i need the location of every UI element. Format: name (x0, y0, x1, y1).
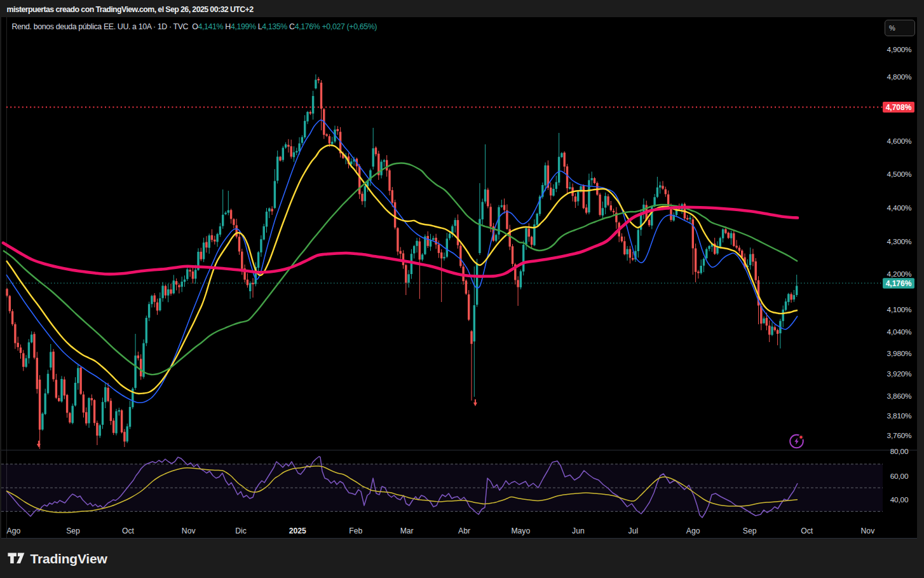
svg-text:Nov: Nov (861, 526, 876, 535)
svg-text:%: % (889, 24, 895, 32)
svg-text:Oct: Oct (801, 526, 813, 535)
svg-text:4,200%: 4,200% (887, 270, 913, 279)
svg-text:4,100%: 4,100% (887, 305, 913, 314)
svg-text:3,920%: 3,920% (887, 369, 913, 378)
svg-text:4,600%: 4,600% (887, 137, 913, 146)
svg-text:Abr: Abr (458, 526, 470, 535)
svg-text:4,300%: 4,300% (887, 237, 913, 246)
svg-text:4,900%: 4,900% (887, 45, 913, 54)
svg-text:3,980%: 3,980% (887, 349, 913, 358)
svg-text:3,810%: 3,810% (887, 411, 913, 420)
svg-text:Dic: Dic (235, 526, 247, 535)
svg-text:misterpuertas creado con Tradi: misterpuertas creado con TradingView.com… (7, 5, 254, 14)
svg-text:4,800%: 4,800% (887, 72, 913, 81)
svg-text:Ago: Ago (7, 526, 21, 535)
svg-text:Rend. bonos deuda pública EE.: Rend. bonos deuda pública EE. UU. a 10A … (12, 22, 377, 31)
svg-text:4,708%: 4,708% (886, 103, 912, 112)
svg-text:Feb: Feb (349, 526, 362, 535)
svg-text:Mayo: Mayo (511, 526, 530, 535)
svg-text:Jun: Jun (572, 526, 585, 535)
svg-text:Sep: Sep (66, 526, 80, 535)
svg-text:3,760%: 3,760% (887, 431, 913, 440)
svg-text:2025: 2025 (289, 526, 306, 535)
svg-text:TradingView: TradingView (31, 551, 108, 566)
svg-text:Jul: Jul (628, 526, 639, 535)
svg-text:4,400%: 4,400% (887, 203, 913, 212)
svg-text:Sep: Sep (743, 526, 757, 535)
svg-text:Ago: Ago (686, 526, 700, 535)
svg-text:Oct: Oct (122, 526, 135, 535)
svg-text:4,040%: 4,040% (887, 327, 913, 336)
svg-text:80,00: 80,00 (890, 447, 909, 456)
svg-text:3,860%: 3,860% (887, 392, 913, 401)
svg-text:40,00: 40,00 (890, 495, 909, 504)
svg-text:4,176%: 4,176% (886, 279, 912, 288)
svg-text:Nov: Nov (182, 526, 196, 535)
svg-text:4,500%: 4,500% (887, 170, 913, 179)
svg-text:Mar: Mar (400, 526, 414, 535)
svg-text:60,00: 60,00 (890, 472, 909, 481)
